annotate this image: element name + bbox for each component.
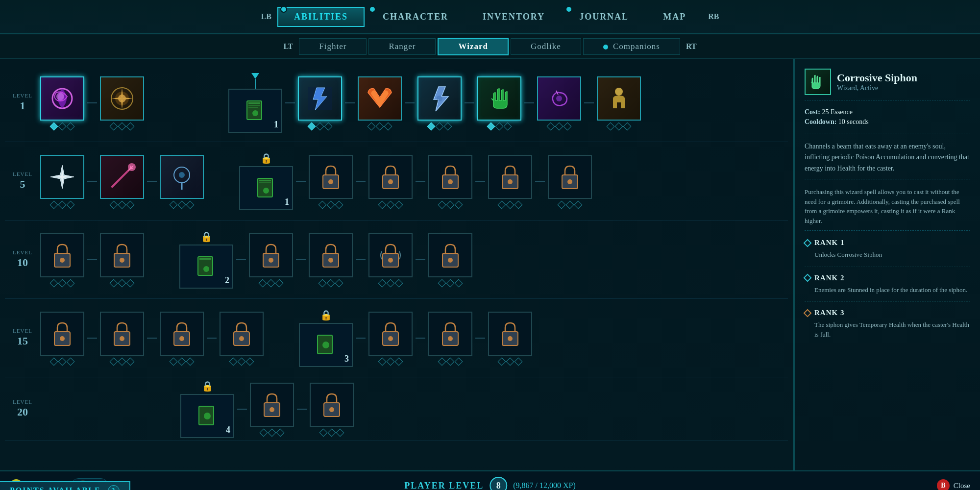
ability-icon-10-5[interactable] [368,233,413,277]
ability-icon-1-4[interactable] [358,76,402,121]
ability-icon-5-4[interactable] [309,155,353,199]
journal-alert-dot [565,6,572,13]
ability-icon-1-5[interactable] [417,76,462,121]
grimoire-slot-4-container: 🔒 4 [180,380,234,438]
level-10-abilities: 🔒 2 [40,231,788,289]
ability-icon-5-1[interactable] [40,155,84,199]
ability-icon-5-8[interactable] [548,155,592,199]
grimoire-slot-3-number: 3 [344,354,349,364]
points-available-count: 2 [108,485,120,490]
grimoire-slot-1-lvl5[interactable]: 1 [239,166,293,210]
ability-icon-5-3[interactable] [160,155,204,199]
svg-point-51 [120,336,124,341]
abilities-alert-dot [280,6,287,13]
ability-icon-1-8[interactable] [597,76,641,121]
grimoire-slot-2-number: 2 [225,275,229,286]
ability-icon-5-6[interactable] [428,155,472,199]
nav-tab-journal[interactable]: JOURNAL [563,7,645,26]
pip-row-1-7 [548,123,570,129]
grimoire-arrow-section: 1 [228,73,282,133]
ability-slot-5-7 [488,155,532,208]
nav-tab-inventory[interactable]: INVENTORY [466,7,561,26]
grimoire-slot-4-number: 4 [226,425,230,435]
ability-icon-1-6[interactable] [477,76,521,121]
pip-row-5-2 [111,202,133,208]
sub-tab-ranger[interactable]: Ranger [368,38,436,55]
ability-icon-5-7[interactable] [488,155,532,199]
ability-icon-20-1[interactable] [250,383,294,427]
ability-slot-10-3 [249,233,293,286]
lock-above-grimoire-3: 🔒 [320,309,332,321]
ability-icon-20-2[interactable] [310,383,354,427]
ability-icon-5-5[interactable] [368,155,413,199]
connector-1-1 [87,102,97,103]
info-description-2: Purchasing this wizard spell allows you … [805,187,970,231]
ability-icon-15-4[interactable] [220,312,264,356]
ability-icon-10-2[interactable] [100,233,144,277]
bottom-section: Y Reset Points 🪙 250 PLAYER LEVEL 8 (9,8… [0,470,980,490]
nav-tab-map[interactable]: MAP [647,7,702,26]
level-20-row: LEVEL 20 🔒 4 [5,377,788,441]
level-15-label: LEVEL 15 [5,327,40,348]
ability-slot-10-1 [40,233,84,286]
svg-rect-20 [259,180,271,181]
ability-icon-15-3[interactable] [160,312,204,356]
ability-icon-10-4[interactable] [309,233,353,277]
grimoire-slot-1[interactable]: 1 [228,89,282,133]
ability-icon-1-1[interactable] [40,76,84,121]
bottom-bar: Y Reset Points 🪙 250 PLAYER LEVEL 8 (9,8… [0,470,980,490]
ability-slot-5-2 [100,155,144,208]
sub-tab-wizard[interactable]: Wizard [438,38,508,55]
sub-tab-godlike[interactable]: Godlike [511,38,581,55]
ability-icon-1-7[interactable] [537,76,581,121]
sub-tab-fighter[interactable]: Fighter [299,38,367,55]
nav-tab-abilities[interactable]: ABILITIES [277,7,365,27]
svg-point-47 [448,258,453,263]
ability-icon-15-2[interactable] [100,312,144,356]
pip-row-1-3 [309,123,331,129]
ability-slot-5-8 [548,155,592,208]
ability-icon-15-5[interactable] [368,312,413,356]
ability-icon-15-7[interactable] [488,312,532,356]
info-ability-subtitle: Wizard, Active [837,84,917,92]
sub-tab-companions[interactable]: Companions [583,38,680,55]
grimoire-slot-4[interactable]: 4 [180,394,234,438]
ability-slot-15-6 [428,312,472,365]
ability-slot-15-7 [488,312,532,365]
svg-point-18 [179,172,185,178]
sub-navigation: LT Fighter Ranger Wizard Godlike Compani… [0,34,980,59]
ability-slot-10-5 [368,233,413,286]
level-10-label: LEVEL 10 [5,249,40,270]
ability-icon-1-3[interactable] [298,76,342,121]
nav-tab-character[interactable]: CHARACTER [367,7,465,26]
rt-hint: RT [686,42,697,51]
pip-row-5-3 [171,202,193,208]
lock-above-grimoire-1: 🔒 [260,152,272,164]
ability-icon-10-6[interactable] [428,233,472,277]
ability-slot-20-1 [250,383,294,436]
ability-icon-15-6[interactable] [428,312,472,356]
ability-icon-1-2[interactable] [100,76,144,121]
rank-1-desc: Unlocks Corrosive Siphon [805,250,970,260]
connector-1-6 [465,102,474,103]
ability-slot-1-2 [100,76,144,129]
ability-icon-5-2[interactable] [100,155,144,199]
grimoire-slot-1-number-lvl5: 1 [285,197,289,207]
ability-slot-1-3 [298,76,342,129]
ability-icon-10-3[interactable] [249,233,293,277]
close-button[interactable]: B Close [937,479,970,490]
grimoire-arrow [251,73,259,79]
svg-point-30 [508,179,513,184]
ability-icon-15-1[interactable] [40,312,84,356]
ability-slot-1-4 [358,76,402,129]
svg-point-13 [615,88,623,96]
level-5-label: LEVEL 5 [5,171,40,192]
main-content: LEVEL 1 [0,59,980,470]
grimoire-slot-3[interactable]: 3 [299,323,353,367]
ability-slot-15-3 [160,312,204,365]
player-level-badge: 8 [490,477,507,490]
grimoire-slot-2[interactable]: 2 [179,245,233,289]
points-available-banner: POINTS AVAILABLE 2 [0,481,130,490]
ability-icon-10-1[interactable] [40,233,84,277]
connector-1-4 [345,102,355,103]
